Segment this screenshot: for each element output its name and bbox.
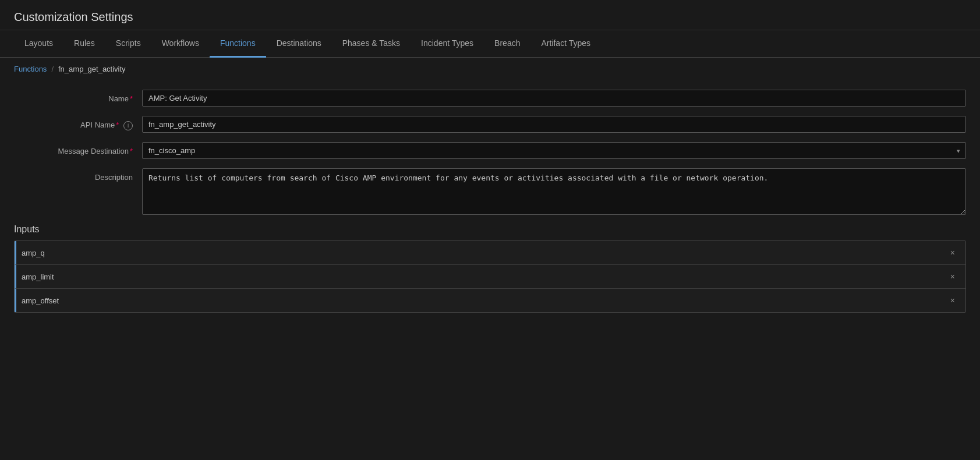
tab-incident-types[interactable]: Incident Types <box>411 30 484 58</box>
remove-input-0-button[interactable]: × <box>947 247 958 259</box>
tab-layouts[interactable]: Layouts <box>14 30 63 58</box>
function-form: Name* API Name* i Message Destination* f… <box>14 90 966 215</box>
description-label: Description <box>14 168 142 182</box>
message-destination-select[interactable]: fn_cisco_amp <box>142 142 966 159</box>
name-required: * <box>130 94 133 103</box>
tab-artifact-types[interactable]: Artifact Types <box>530 30 601 58</box>
input-row-1: amp_limit × <box>15 265 965 289</box>
api-name-info-icon[interactable]: i <box>123 121 133 130</box>
description-textarea[interactable]: Returns list of computers from search of… <box>142 168 966 215</box>
message-destination-label: Message Destination* <box>14 142 142 155</box>
message-destination-row: Message Destination* fn_cisco_amp ▾ <box>14 142 966 159</box>
breadcrumb-current: fn_amp_get_activity <box>58 65 126 73</box>
msg-dest-required: * <box>130 147 133 155</box>
remove-input-1-button[interactable]: × <box>947 271 958 282</box>
input-row-2: amp_offset × <box>15 289 965 312</box>
input-name-0: amp_q <box>22 249 947 257</box>
breadcrumb-parent[interactable]: Functions <box>14 65 47 73</box>
tab-destinations[interactable]: Destinations <box>266 30 332 58</box>
tab-workflows[interactable]: Workflows <box>151 30 210 58</box>
input-name-1: amp_limit <box>22 273 947 281</box>
api-name-required: * <box>116 121 119 129</box>
main-content: Name* API Name* i Message Destination* f… <box>0 80 980 322</box>
inputs-table: amp_q × amp_limit × amp_offset × <box>14 240 966 313</box>
input-row-0: amp_q × <box>15 241 965 265</box>
tab-breach[interactable]: Breach <box>484 30 530 58</box>
page-title: Customization Settings <box>14 10 966 24</box>
message-destination-wrapper: fn_cisco_amp ▾ <box>142 142 966 159</box>
tab-functions[interactable]: Functions <box>210 30 266 58</box>
breadcrumb: Functions / fn_amp_get_activity <box>0 58 980 80</box>
page-header: Customization Settings <box>0 0 980 30</box>
api-name-input[interactable] <box>142 116 966 133</box>
breadcrumb-separator: / <box>51 65 54 73</box>
api-name-row: API Name* i <box>14 116 966 133</box>
inputs-section: Inputs amp_q × amp_limit × amp_offset × <box>14 224 966 313</box>
name-row: Name* <box>14 90 966 107</box>
description-row: Description Returns list of computers fr… <box>14 168 966 215</box>
name-label: Name* <box>14 90 142 103</box>
inputs-title: Inputs <box>14 224 966 235</box>
input-name-2: amp_offset <box>22 296 947 305</box>
tab-scripts[interactable]: Scripts <box>105 30 151 58</box>
tab-bar: Layouts Rules Scripts Workflows Function… <box>0 30 980 58</box>
tab-rules[interactable]: Rules <box>63 30 105 58</box>
tab-phases-tasks[interactable]: Phases & Tasks <box>332 30 411 58</box>
api-name-label: API Name* i <box>14 116 142 130</box>
name-input[interactable] <box>142 90 966 107</box>
remove-input-2-button[interactable]: × <box>947 295 958 306</box>
